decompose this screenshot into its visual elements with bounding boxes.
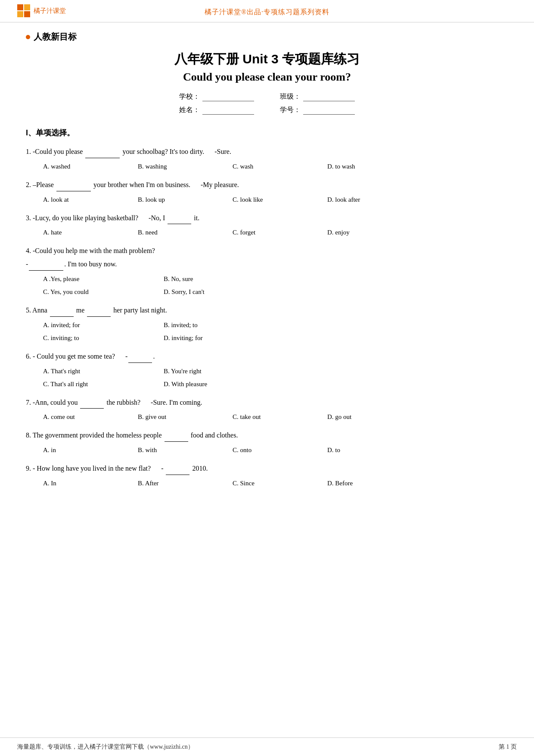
q7-opt-c: C. take out — [233, 410, 327, 423]
q5-mid: me — [75, 306, 87, 314]
q1-opt-d: D. to wash — [327, 160, 422, 173]
q4-opt-c: C. Yes, you could — [43, 285, 164, 298]
id-field: 学号： — [280, 106, 355, 115]
section-header-text: 人教新目标 — [34, 31, 77, 43]
q9-blank — [166, 475, 189, 475]
question-4-sub: -. I'm too busy now. — [26, 258, 508, 271]
q4-options-row1: A .Yes, please B. No, sure — [43, 272, 508, 285]
logo-sq1 — [17, 4, 23, 10]
question-1-text: 1. -Could you please your schoolbag? It'… — [26, 146, 508, 158]
school-underline — [202, 93, 254, 101]
q1-blank — [85, 158, 120, 158]
form-row-1: 学校： 班级： — [179, 92, 355, 101]
school-label: 学校： — [179, 92, 200, 101]
question-3-text: 3. -Lucy, do you like playing basketball… — [26, 212, 508, 225]
logo-text: 橘子汁课堂 — [34, 7, 66, 15]
q8-opt-b: B. with — [138, 444, 233, 456]
name-label: 姓名： — [179, 106, 200, 115]
footer-right: 第 1 页 — [499, 743, 517, 751]
logo-icon — [17, 4, 31, 18]
q6-opt-c: C. That's all right — [43, 378, 164, 390]
id-label: 学号： — [280, 106, 301, 115]
q6-main: 6. - Could you get me some tea? - — [26, 353, 127, 360]
q5-options: A. invited; for B. invited; to C. inviti… — [26, 319, 508, 344]
main-title-en: Could you please clean your room? — [26, 71, 508, 84]
q1-options: A. washed B. washing C. wash D. to wash — [26, 160, 508, 173]
q3-opt-d: D. enjoy — [327, 226, 422, 239]
q5-options-row2: C. inviting; to D. inviting; for — [43, 331, 508, 344]
q6-blank — [128, 362, 152, 363]
question-7: 7. -Ann, could you the rubbish? -Sure. I… — [26, 397, 508, 424]
q8-after: food and clothes. — [189, 431, 238, 439]
q4-options: A .Yes, please B. No, sure C. Yes, you c… — [26, 272, 508, 298]
question-9-text: 9. - How long have you lived in the new … — [26, 462, 508, 475]
q2-options: A. look at B. look up C. look like D. lo… — [26, 193, 508, 206]
q6-options-row2: C. That's all right D. With pleasure — [43, 378, 508, 390]
q4-opt-b: B. No, sure — [164, 272, 284, 285]
q6-options: A. That's right B. You're right C. That'… — [26, 365, 508, 390]
q5-after: her party last night. — [112, 306, 167, 314]
question-1: 1. -Could you please your schoolbag? It'… — [26, 146, 508, 173]
accent-dot — [26, 35, 30, 39]
q6-opt-b: B. You're right — [164, 365, 284, 378]
q9-opt-d: D. Before — [327, 477, 422, 490]
q9-after: 2010. — [190, 465, 208, 472]
q1-prefix: 1. -Could you please — [26, 148, 84, 155]
q6-dot: . — [153, 353, 155, 360]
question-4: 4. -Could you help me with the math prob… — [26, 245, 508, 298]
q7-blank — [80, 408, 104, 409]
q1-opt-c: C. wash — [233, 160, 327, 173]
q2-prefix: 2. –Please — [26, 181, 56, 188]
q3-opt-b: B. need — [138, 226, 233, 239]
question-7-text: 7. -Ann, could you the rubbish? -Sure. I… — [26, 397, 508, 409]
name-field: 姓名： — [179, 106, 254, 115]
q1-opt-a: A. washed — [43, 160, 138, 173]
q5-prefix: 5. Anna — [26, 306, 49, 314]
q2-blank — [56, 191, 91, 191]
q2-opt-a: A. look at — [43, 193, 138, 206]
question-4-text: 4. -Could you help me with the math prob… — [26, 245, 508, 257]
q7-opt-d: D. go out — [327, 410, 422, 423]
question-2: 2. –Please your brother when I'm on busi… — [26, 179, 508, 206]
name-underline — [202, 106, 254, 115]
q3-opt-c: C. forget — [233, 226, 327, 239]
q3-prefix: 3. -Lucy, do you like playing basketball… — [26, 214, 167, 222]
school-field: 学校： — [179, 92, 254, 101]
q8-opt-d: D. to — [327, 444, 422, 456]
q6-opt-d: D. With pleasure — [164, 378, 284, 390]
q5-blank2 — [87, 316, 111, 317]
class-field: 班级： — [280, 92, 355, 101]
q1-opt-b: B. washing — [138, 160, 233, 173]
q3-opt-a: A. hate — [43, 226, 138, 239]
q9-options: A. In B. After C. Since D. Before — [26, 477, 508, 490]
q2-after: your brother when I'm on business. -My p… — [92, 181, 239, 188]
q4-options-row2: C. Yes, you could D. Sorry, I can't — [43, 285, 508, 298]
part1-label: I、单项选择。 — [26, 128, 508, 138]
class-underline — [303, 93, 355, 101]
q5-opt-b: B. invited; to — [164, 319, 284, 331]
question-2-text: 2. –Please your brother when I'm on busi… — [26, 179, 508, 191]
q9-prefix: 9. - How long have you lived in the new … — [26, 465, 165, 472]
q4-main: 4. -Could you help me with the math prob… — [26, 247, 155, 254]
q4-opt-d: D. Sorry, I can't — [164, 285, 284, 298]
q6-options-row1: A. That's right B. You're right — [43, 365, 508, 378]
q5-opt-a: A. invited; for — [43, 319, 164, 331]
question-6-text: 6. - Could you get me some tea? -. — [26, 350, 508, 363]
question-8: 8. The government provided the homeless … — [26, 429, 508, 456]
logo-sq4 — [24, 11, 30, 17]
question-8-text: 8. The government provided the homeless … — [26, 429, 508, 442]
q7-options: A. come out B. give out C. take out D. g… — [26, 410, 508, 423]
logo-sq3 — [17, 11, 23, 17]
q4-dash: - — [26, 260, 28, 268]
section-header: 人教新目标 — [26, 31, 508, 43]
page-footer: 海量题库、专项训练，进入橘子汁课堂官网下载（www.juzizhi.cn） 第 … — [0, 737, 534, 756]
main-title-cn: 八年级下册 Unit 3 专项题库练习 — [26, 50, 508, 68]
q2-opt-b: B. look up — [138, 193, 233, 206]
q9-opt-c: C. Since — [233, 477, 327, 490]
q1-after: your schoolbag? It's too dirty. -Sure. — [121, 148, 231, 155]
q5-opt-d: D. inviting; for — [164, 331, 284, 344]
q3-after: it. — [192, 214, 199, 222]
main-title-block: 八年级下册 Unit 3 专项题库练习 Could you please cle… — [26, 50, 508, 115]
class-label: 班级： — [280, 92, 301, 101]
q4-after: . I'm too busy now. — [64, 260, 117, 268]
